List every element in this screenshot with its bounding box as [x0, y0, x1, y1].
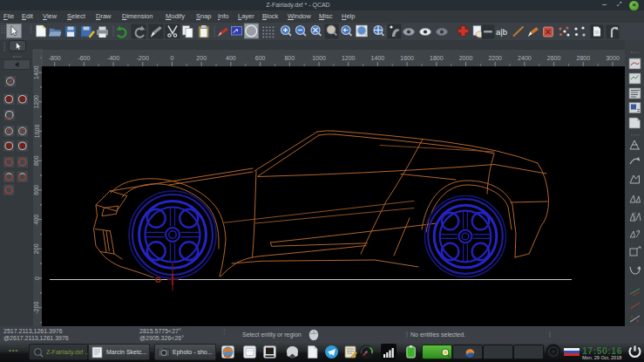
- svg-text:200: 200: [196, 55, 207, 61]
- svg-text:-400: -400: [107, 55, 119, 61]
- svg-text:1200: 1200: [342, 55, 356, 61]
- svg-text:-800: -800: [49, 55, 61, 61]
- svg-text:1600: 1600: [400, 55, 414, 61]
- svg-text:1000: 1000: [312, 55, 326, 61]
- svg-text:2200: 2200: [488, 55, 502, 61]
- svg-text:0: 0: [171, 55, 174, 61]
- svg-text:400: 400: [226, 55, 236, 61]
- svg-text:2000: 2000: [459, 55, 473, 61]
- svg-text:1800: 1800: [430, 55, 444, 61]
- svg-text:600: 600: [255, 55, 266, 61]
- svg-text:2400: 2400: [518, 55, 532, 61]
- svg-text:3000: 3000: [606, 55, 620, 61]
- svg-text:800: 800: [284, 55, 295, 61]
- svg-text:-600: -600: [78, 55, 90, 61]
- svg-text:2600: 2600: [547, 55, 561, 61]
- svg-text:-200: -200: [137, 55, 149, 61]
- svg-text:1400: 1400: [371, 55, 385, 61]
- svg-text:a|b: a|b: [496, 27, 507, 37]
- svg-text:2800: 2800: [577, 55, 591, 61]
